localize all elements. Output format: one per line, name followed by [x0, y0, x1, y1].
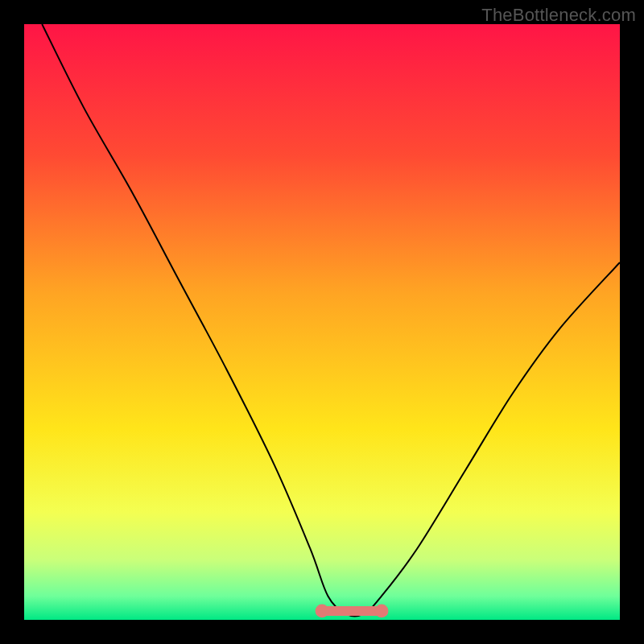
svg-point-2 [375, 605, 389, 618]
svg-point-1 [316, 605, 329, 618]
chart-svg [24, 24, 620, 620]
gradient-background [24, 24, 620, 620]
watermark-text: TheBottleneck.com [481, 5, 636, 26]
plot-area [24, 24, 620, 620]
optimal-range-marker [316, 605, 389, 618]
chart-frame: TheBottleneck.com [0, 0, 644, 644]
